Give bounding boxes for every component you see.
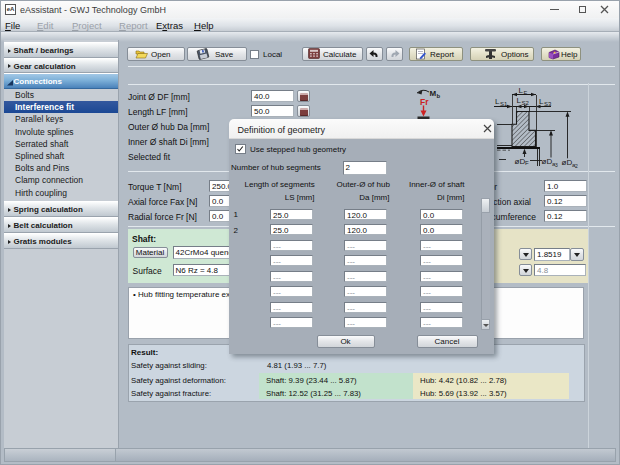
svg-text:S2: S2: [522, 100, 530, 106]
svg-text:3: 3: [555, 162, 558, 168]
svg-text:2: 2: [575, 163, 578, 169]
svg-text:øD: øD: [515, 157, 526, 166]
svg-text:øD: øD: [542, 157, 553, 166]
svg-text:F: F: [525, 160, 529, 166]
svg-text:øD: øD: [562, 158, 573, 167]
svg-text:Fr: Fr: [420, 97, 429, 107]
svg-text:b: b: [437, 93, 441, 99]
svg-text:M: M: [430, 89, 437, 98]
svg-text:S1: S1: [500, 101, 508, 107]
svg-text:S3: S3: [544, 101, 552, 107]
